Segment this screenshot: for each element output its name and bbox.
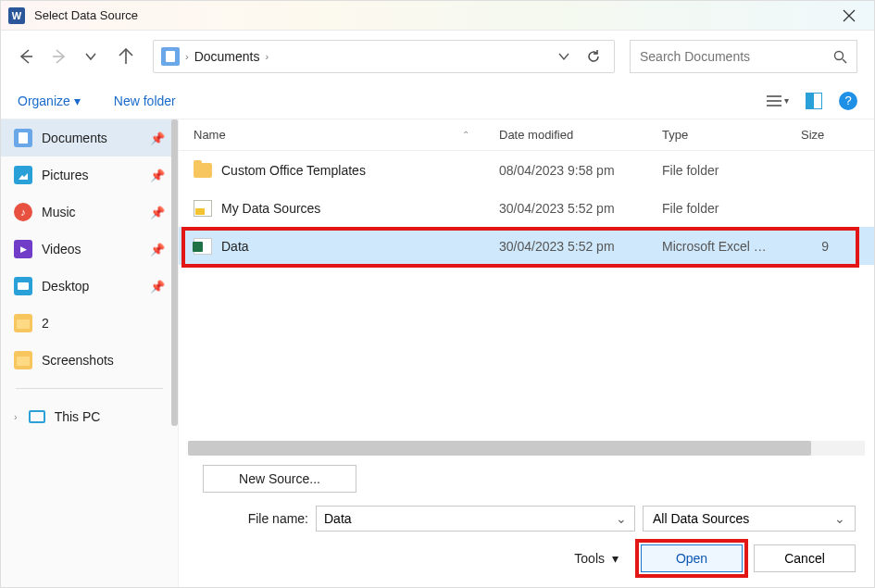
location-icon	[161, 47, 180, 66]
sidebar-item-videos[interactable]: Videos📌	[1, 231, 178, 268]
refresh-button[interactable]	[581, 49, 606, 64]
file-row-selected[interactable]: Data 30/04/2023 5:52 pm Microsoft Excel …	[179, 227, 874, 265]
sidebar-item-this-pc[interactable]: ›This PC	[1, 398, 178, 435]
pin-icon[interactable]: 📌	[150, 206, 165, 219]
sidebar-item-documents[interactable]: Documents📌	[1, 119, 178, 156]
chevron-down-icon	[558, 51, 569, 62]
chevron-down-icon	[84, 50, 97, 63]
chevron-down-icon: ▾	[74, 94, 81, 108]
caret-down-icon: ▾	[612, 551, 619, 566]
file-row[interactable]: My Data Sources 30/04/2023 5:52 pm File …	[179, 189, 874, 227]
back-button[interactable]	[18, 48, 38, 65]
arrow-up-icon	[118, 48, 134, 65]
sidebar-item-pictures[interactable]: Pictures📌	[1, 156, 178, 194]
title-bar: W Select Data Source	[1, 1, 874, 31]
sidebar-item-label: Desktop	[42, 279, 89, 294]
sidebar-scrollbar[interactable]	[171, 119, 178, 426]
dialog-body: Documents📌 Pictures📌 Music📌 Videos📌 Desk…	[1, 119, 874, 587]
videos-icon	[14, 240, 32, 258]
up-button[interactable]	[118, 48, 138, 65]
column-header-size[interactable]: Size	[786, 128, 844, 142]
open-button[interactable]: Open	[641, 544, 743, 572]
horizontal-scrollbar[interactable]	[188, 441, 865, 456]
scrollbar-thumb[interactable]	[188, 441, 811, 456]
toolbar: Organize ▾ New folder ▾ ?	[1, 82, 874, 119]
column-header-date[interactable]: Date modified	[484, 128, 647, 142]
new-folder-button[interactable]: New folder	[114, 94, 176, 108]
sort-asc-icon: ⌃	[462, 130, 469, 140]
excel-file-icon	[194, 238, 212, 255]
chevron-down-icon: ▾	[784, 95, 789, 106]
sidebar-item-label: This PC	[55, 409, 101, 424]
sidebar-item-desktop[interactable]: Desktop📌	[1, 268, 178, 305]
document-icon	[14, 129, 32, 147]
column-header-name[interactable]: Name⌃	[179, 128, 484, 142]
pin-icon[interactable]: 📌	[150, 243, 165, 256]
sidebar-item-folder-2[interactable]: 2	[1, 305, 178, 342]
close-button[interactable]	[831, 9, 867, 22]
annotation-highlight-box: Open	[641, 544, 743, 572]
file-name: Custom Office Templates	[221, 163, 366, 178]
view-mode-button[interactable]: ▾	[766, 94, 789, 107]
sidebar-item-label: Pictures	[42, 168, 89, 182]
desktop-icon	[14, 277, 32, 295]
pin-icon[interactable]: 📌	[150, 131, 165, 145]
breadcrumb-location[interactable]: Documents	[194, 49, 260, 64]
new-source-button[interactable]: New Source...	[203, 465, 356, 493]
address-history-dropdown[interactable]	[553, 51, 575, 62]
sidebar-item-music[interactable]: Music📌	[1, 194, 178, 231]
chevron-right-icon: ›	[14, 411, 18, 422]
file-date: 30/04/2023 5:52 pm	[484, 201, 647, 216]
sidebar-divider	[16, 388, 163, 389]
file-list: Custom Office Templates 08/04/2023 9:58 …	[179, 151, 874, 265]
window-title: Select Data Source	[34, 8, 138, 22]
sidebar-item-label: 2	[42, 316, 49, 331]
column-header-type[interactable]: Type	[647, 128, 786, 142]
organize-menu[interactable]: Organize ▾	[18, 94, 81, 108]
address-bar[interactable]: › Documents ›	[153, 40, 615, 73]
column-label: Name	[194, 128, 226, 142]
file-name: Data	[221, 239, 249, 254]
pin-icon[interactable]: 📌	[150, 280, 165, 294]
breadcrumb-sep-icon: ›	[265, 51, 269, 62]
list-view-icon	[766, 94, 782, 107]
file-name-combo[interactable]: Data⌄	[316, 506, 635, 532]
chevron-down-icon: ⌄	[616, 511, 627, 526]
sidebar-item-label: Screenshots	[42, 353, 114, 368]
svg-point-5	[835, 51, 844, 59]
file-row[interactable]: Custom Office Templates 08/04/2023 9:58 …	[179, 151, 874, 189]
arrow-left-icon	[18, 48, 34, 65]
forward-button[interactable]	[51, 48, 71, 65]
column-headers: Name⌃ Date modified Type Size	[179, 119, 874, 151]
data-source-icon	[194, 200, 212, 217]
tools-menu[interactable]: Tools▾	[574, 551, 619, 566]
preview-pane-button[interactable]	[806, 93, 822, 109]
cancel-button[interactable]: Cancel	[754, 544, 856, 572]
search-icon[interactable]	[833, 50, 847, 64]
file-type: Microsoft Excel W...	[647, 239, 786, 254]
sidebar-item-label: Music	[42, 205, 76, 219]
pc-icon	[29, 410, 45, 423]
folder-icon	[14, 351, 32, 369]
search-box[interactable]	[630, 40, 857, 73]
arrow-right-icon	[51, 48, 68, 65]
chevron-down-icon: ⌄	[834, 511, 845, 526]
organize-label: Organize	[18, 94, 70, 108]
file-date: 08/04/2023 9:58 pm	[484, 163, 647, 178]
file-name-label: File name:	[197, 511, 308, 526]
pin-icon[interactable]: 📌	[150, 169, 165, 182]
recent-dropdown[interactable]	[84, 50, 105, 63]
close-icon	[843, 9, 856, 22]
search-input[interactable]	[640, 49, 816, 64]
folder-icon	[194, 163, 212, 178]
help-button[interactable]: ?	[839, 92, 857, 110]
sidebar-item-screenshots[interactable]: Screenshots	[1, 342, 178, 379]
button-row: Tools▾ Open Cancel	[197, 544, 856, 572]
folder-icon	[14, 314, 32, 332]
file-type-filter[interactable]: All Data Sources⌄	[643, 506, 856, 532]
filter-value: All Data Sources	[653, 511, 749, 526]
word-app-icon: W	[8, 7, 25, 24]
sidebar: Documents📌 Pictures📌 Music📌 Videos📌 Desk…	[1, 119, 179, 587]
file-size: 9	[786, 239, 844, 254]
svg-line-6	[843, 59, 846, 63]
